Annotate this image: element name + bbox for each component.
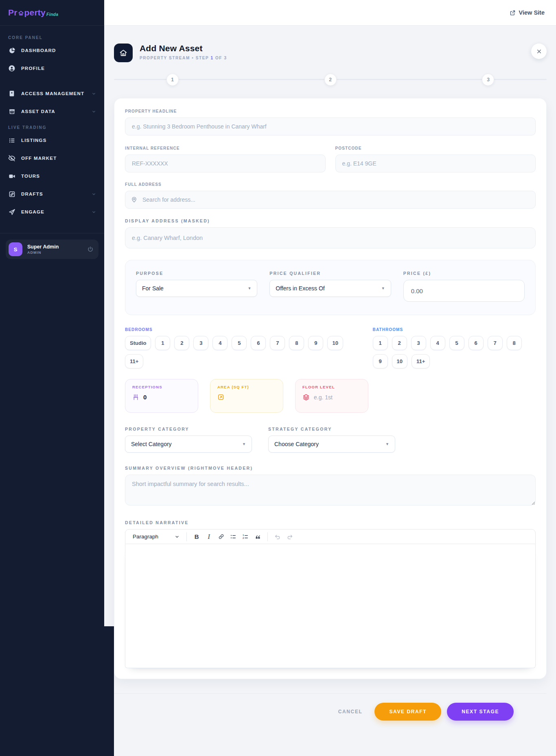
undo-button[interactable] — [271, 531, 284, 542]
internal-reference-input[interactable] — [125, 155, 326, 172]
list-icon — [8, 137, 15, 144]
bedroom-chip[interactable]: 6 — [251, 336, 266, 350]
sidebar-item-listings[interactable]: LISTINGS — [0, 131, 104, 149]
receptions-card: RECEPTIONS 0 — [125, 379, 198, 413]
bullet-list-icon — [230, 534, 236, 540]
save-draft-button[interactable]: SAVE DRAFT — [374, 703, 441, 721]
bathroom-chip[interactable]: 4 — [430, 336, 445, 350]
field-label: PURPOSE — [136, 271, 257, 276]
bathroom-chip[interactable]: 6 — [468, 336, 484, 350]
power-icon[interactable] — [87, 246, 94, 253]
bedroom-chip[interactable]: 5 — [232, 336, 247, 350]
bedroom-chip[interactable]: 7 — [270, 336, 285, 350]
postcode-input[interactable] — [335, 155, 536, 172]
brand-logo[interactable]: Pr perty Finda — [0, 0, 104, 26]
sidebar-item-tours[interactable]: TOURS — [0, 167, 104, 185]
next-stage-button[interactable]: NEXT STAGE — [447, 703, 514, 721]
close-button[interactable] — [531, 44, 547, 59]
home-icon — [114, 44, 133, 62]
bedrooms-options: Studio 1 2 3 4 5 6 7 8 9 10 11+ — [125, 336, 357, 368]
brand-part2: perty — [24, 8, 46, 17]
property-category-select[interactable]: Select Category ▼ — [125, 436, 252, 453]
price-qualifier-select[interactable]: Offers in Excess Of ▼ — [269, 280, 391, 297]
bedroom-chip[interactable]: 3 — [193, 336, 208, 350]
sidebar-item-label: ENGAGE — [21, 209, 44, 214]
cancel-button[interactable]: CANCEL — [338, 709, 363, 715]
chevron-down-icon — [175, 534, 179, 539]
bathroom-chip[interactable]: 3 — [411, 336, 426, 350]
bedroom-chip[interactable]: 9 — [308, 336, 323, 350]
archive-icon — [8, 108, 15, 115]
bathroom-chip[interactable]: 2 — [392, 336, 407, 350]
view-site-link[interactable]: View Site — [510, 9, 545, 16]
sidebar-item-asset-data[interactable]: ASSET DATA — [0, 102, 104, 120]
link-button[interactable] — [215, 531, 227, 542]
bedroom-chip[interactable]: 10 — [327, 336, 343, 350]
link-icon — [218, 534, 224, 540]
video-camera-icon — [8, 172, 15, 180]
bathroom-chip[interactable]: 10 — [392, 354, 407, 368]
user-role: ADMIN — [27, 251, 59, 255]
bathroom-chip[interactable]: 7 — [488, 336, 503, 350]
bedroom-chip[interactable]: 1 — [155, 336, 170, 350]
field-label: POSTCODE — [335, 146, 536, 150]
strategy-category-select[interactable]: Choose Category ▼ — [268, 436, 395, 453]
step-3[interactable]: 3 — [482, 74, 494, 86]
field-display-address: DISPLAY ADDRESS (MASKED) — [125, 218, 536, 248]
bedroom-chip[interactable]: 2 — [174, 336, 189, 350]
sidebar-item-engage[interactable]: ENGAGE — [0, 203, 104, 221]
display-address-input[interactable] — [125, 227, 536, 248]
bedroom-chip[interactable]: 11+ — [125, 354, 143, 368]
field-property-headline: PROPERTY HEADLINE — [125, 109, 536, 135]
summary-textarea[interactable] — [125, 475, 536, 505]
paragraph-style-select[interactable]: Paragraph — [129, 534, 183, 540]
redo-button[interactable] — [284, 531, 296, 542]
floor-level-input[interactable] — [314, 394, 361, 401]
bold-button[interactable]: B — [190, 531, 203, 542]
numbered-list-button[interactable]: 12 — [239, 531, 252, 542]
sidebar-item-drafts[interactable]: DRAFTS — [0, 185, 104, 203]
step-1[interactable]: 1 — [166, 74, 179, 86]
progress-stepper: 1 2 3 — [114, 74, 547, 86]
chevron-down-icon — [92, 192, 96, 196]
undo-icon — [274, 534, 281, 540]
chair-icon — [132, 394, 139, 401]
blockquote-button[interactable] — [252, 531, 264, 542]
italic-button[interactable]: I — [203, 531, 215, 542]
sidebar-item-profile[interactable]: PROFILE — [0, 59, 104, 77]
field-label: SUMMARY OVERVIEW (RIGHTMOVE HEADER) — [125, 466, 536, 471]
sidebar-item-access-management[interactable]: ACCESS MANAGEMENT — [0, 85, 104, 102]
field-summary-overview: SUMMARY OVERVIEW (RIGHTMOVE HEADER) — [125, 466, 536, 507]
pie-chart-icon — [8, 47, 15, 54]
property-headline-input[interactable] — [125, 118, 536, 135]
sidebar-nav: DASHBOARD PROFILE ACCESS MANAGEMENT — [0, 41, 104, 120]
sidebar-item-dashboard[interactable]: DASHBOARD — [0, 41, 104, 59]
redo-icon — [287, 534, 293, 540]
step-2[interactable]: 2 — [324, 74, 337, 86]
purpose-select[interactable]: For Sale ▼ — [136, 280, 257, 297]
field-full-address: FULL ADDRESS — [125, 182, 536, 209]
field-label: STRATEGY CATEGORY — [268, 427, 395, 431]
bedroom-chip[interactable]: Studio — [125, 336, 151, 350]
bathroom-chip[interactable]: 11+ — [412, 354, 430, 368]
field-property-category: PROPERTY CATEGORY Select Category ▼ — [125, 427, 252, 453]
address-search-input[interactable] — [125, 191, 536, 209]
user-card[interactable]: S Super Admin ADMIN — [6, 240, 99, 259]
bedroom-chip[interactable]: 4 — [212, 336, 228, 350]
bullet-list-button[interactable] — [227, 531, 239, 542]
edit-icon — [8, 190, 15, 198]
sidebar-item-off-market[interactable]: OFF MARKET — [0, 149, 104, 167]
bathroom-chip[interactable]: 8 — [507, 336, 522, 350]
sidebar-item-label: ACCESS MANAGEMENT — [21, 91, 84, 96]
receptions-value[interactable]: 0 — [143, 394, 147, 401]
bedroom-chip[interactable]: 8 — [289, 336, 304, 350]
bathroom-chip[interactable]: 9 — [373, 354, 388, 368]
price-input[interactable] — [403, 280, 525, 302]
field-strategy-category: STRATEGY CATEGORY Choose Category ▼ — [268, 427, 395, 453]
narrative-editor-area[interactable] — [125, 544, 536, 668]
bathroom-chip[interactable]: 1 — [373, 336, 388, 350]
field-internal-reference: INTERNAL REFERENCE — [125, 146, 326, 172]
area-input[interactable] — [228, 394, 276, 401]
bathroom-chip[interactable]: 5 — [449, 336, 464, 350]
brand-suffix: Finda — [46, 12, 59, 17]
